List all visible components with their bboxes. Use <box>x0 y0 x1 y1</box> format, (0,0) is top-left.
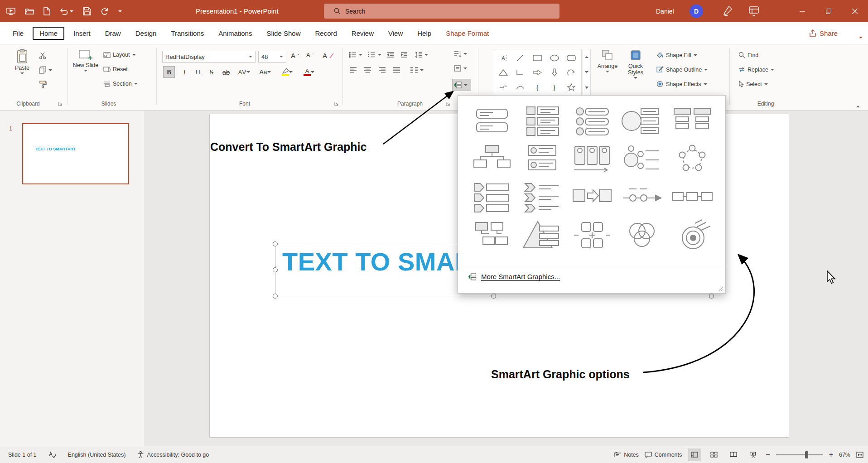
paste-button[interactable]: Paste <box>11 49 34 74</box>
shapes-gallery-scroll[interactable] <box>583 49 591 96</box>
tab-animations[interactable]: Animations <box>211 27 259 39</box>
shape-outline-button[interactable]: Shape Outline <box>656 66 708 73</box>
italic-button[interactable]: I <box>178 66 190 78</box>
redo-button[interactable] <box>101 7 109 15</box>
customize-qat-chevron-icon[interactable] <box>118 10 122 12</box>
smartart-layout-hierarchy[interactable] <box>467 216 517 254</box>
share-chevron-icon[interactable] <box>859 32 863 40</box>
align-left-button[interactable] <box>350 67 357 73</box>
tab-view[interactable]: View <box>381 27 410 39</box>
more-smartart-graphics-item[interactable]: More SmartArt Graphics... <box>458 267 725 286</box>
zoom-out-button[interactable]: − <box>766 451 770 459</box>
cut-button[interactable] <box>39 52 47 59</box>
close-button[interactable] <box>842 0 868 22</box>
align-center-button[interactable] <box>364 67 371 73</box>
new-file-button[interactable] <box>43 7 50 15</box>
decrease-indent-button[interactable] <box>387 52 394 58</box>
smartart-layout-organization-chart[interactable] <box>467 140 517 178</box>
shape-triangle-icon[interactable] <box>495 65 512 80</box>
font-dialog-launcher[interactable] <box>334 101 339 106</box>
shape-rounded-rectangle-icon[interactable] <box>563 51 580 65</box>
handle-bottom-right[interactable] <box>709 294 714 299</box>
ribbon-options-icon[interactable] <box>748 5 759 16</box>
maximize-button[interactable] <box>815 0 842 22</box>
quick-styles-button[interactable]: Quick Styles <box>622 49 649 79</box>
smartart-layout-accent-process[interactable] <box>567 140 617 178</box>
reading-view-button[interactable] <box>727 449 740 461</box>
slide-indicator[interactable]: Slide 1 of 1 <box>8 452 37 458</box>
fit-to-window-button[interactable] <box>856 452 863 458</box>
clear-formatting-button[interactable]: A <box>323 52 334 59</box>
slide-sorter-button[interactable] <box>707 449 721 461</box>
bullets-button[interactable] <box>349 52 362 58</box>
search-box[interactable]: Search <box>324 4 559 19</box>
shape-oval-icon[interactable] <box>546 51 563 65</box>
zoom-level[interactable]: 67% <box>839 452 850 458</box>
open-folder-button[interactable] <box>25 8 34 15</box>
select-button[interactable]: Select <box>738 81 768 87</box>
font-size-combo[interactable]: 48 <box>258 51 286 63</box>
shape-fill-button[interactable]: Shape Fill <box>656 52 697 58</box>
shape-elbow-connector-icon[interactable] <box>512 65 529 80</box>
text-highlight-button[interactable] <box>278 66 296 78</box>
convert-to-smartart-button[interactable] <box>452 79 471 91</box>
shape-curved-arrow-icon[interactable] <box>563 65 580 80</box>
tab-home[interactable]: Home <box>33 27 64 40</box>
avatar[interactable]: D <box>690 5 703 18</box>
clipboard-dialog-launcher[interactable] <box>58 101 63 106</box>
shape-effects-button[interactable]: Shape Effects <box>656 81 707 87</box>
smartart-layout-stacked-list[interactable] <box>517 140 567 178</box>
line-spacing-button[interactable] <box>415 52 428 58</box>
smartart-layout-basic-venn[interactable] <box>617 216 667 254</box>
font-color-button[interactable]: A <box>300 66 318 78</box>
tab-draw[interactable]: Draw <box>98 27 128 39</box>
shapes-gallery[interactable]: A { } <box>493 49 582 96</box>
ink-pen-icon[interactable] <box>723 5 733 16</box>
shape-left-brace-icon[interactable]: { <box>529 80 546 94</box>
shape-line-icon[interactable] <box>512 51 529 65</box>
tab-transitions[interactable]: Transitions <box>164 27 211 39</box>
section-button[interactable]: Section <box>103 81 138 87</box>
gallery-down-icon[interactable] <box>585 71 588 73</box>
shadow-strike-button[interactable]: S <box>206 66 217 78</box>
columns-button[interactable] <box>410 67 424 73</box>
text-direction-button[interactable] <box>454 51 467 57</box>
smartart-layout-alternating-picture-list[interactable] <box>617 102 667 140</box>
tab-shape-format[interactable]: Shape Format <box>439 27 496 39</box>
smartart-layout-matrix[interactable] <box>567 216 617 254</box>
increase-font-size-button[interactable]: Aˆ <box>291 52 299 59</box>
gallery-up-icon[interactable] <box>585 56 588 58</box>
numbering-button[interactable] <box>368 52 381 58</box>
shape-star-icon[interactable] <box>563 80 580 94</box>
smartart-layout-basic-timeline[interactable] <box>617 178 667 216</box>
smartart-layout-pyramid-list[interactable] <box>517 216 567 254</box>
notes-button[interactable]: Notes <box>614 452 639 458</box>
align-right-button[interactable] <box>379 67 386 73</box>
smartart-layout-radial-list[interactable] <box>617 140 667 178</box>
change-case-button[interactable]: Aa <box>256 66 274 78</box>
smartart-layout-basic-block-list[interactable] <box>467 102 517 140</box>
undo-button[interactable] <box>60 8 73 15</box>
comments-button[interactable]: Comments <box>645 452 682 458</box>
tab-review[interactable]: Review <box>344 27 381 39</box>
language-indicator[interactable]: English (United States) <box>68 452 126 458</box>
slide-thumbnail[interactable]: TEXT TO SMARTART <box>22 123 129 184</box>
increase-indent-button[interactable] <box>400 52 408 58</box>
smartart-layout-vertical-box-list[interactable] <box>517 102 567 140</box>
zoom-slider-thumb[interactable] <box>805 451 808 458</box>
shape-arrow-right-icon[interactable] <box>529 65 546 80</box>
underline-button[interactable]: U <box>192 66 204 78</box>
character-spacing-button[interactable]: AV <box>236 66 253 78</box>
shape-rectangle-icon[interactable] <box>529 51 546 65</box>
strikethrough-button[interactable]: ab <box>219 66 233 78</box>
shape-textbox-icon[interactable]: A <box>495 51 512 65</box>
bold-button[interactable]: B <box>163 66 175 78</box>
zoom-slider[interactable] <box>776 454 823 455</box>
layout-button[interactable]: Layout <box>103 52 136 58</box>
user-name[interactable]: Daniel <box>656 0 674 22</box>
smartart-layout-step-process[interactable] <box>667 178 717 216</box>
find-button[interactable]: Find <box>738 52 758 58</box>
justify-button[interactable] <box>393 67 400 73</box>
resize-grip-icon[interactable] <box>718 286 723 291</box>
shape-scribble-icon[interactable] <box>495 80 512 94</box>
